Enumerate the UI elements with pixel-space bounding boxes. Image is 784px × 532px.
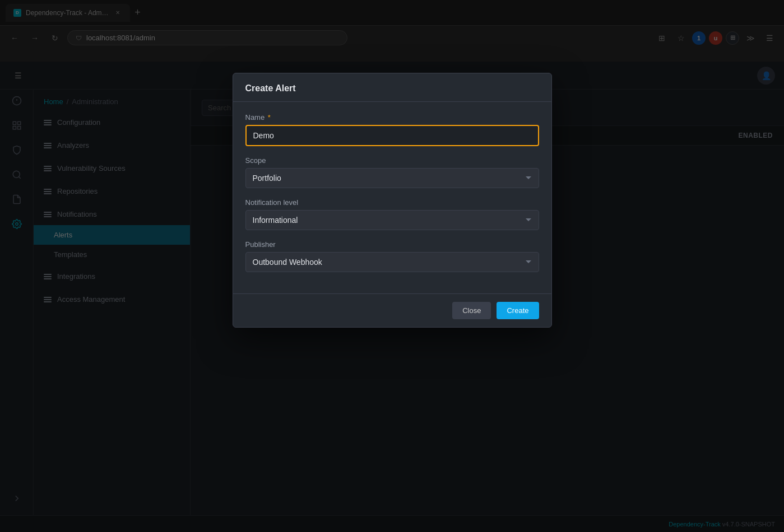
scope-label: Scope	[245, 156, 539, 165]
name-label: Name *	[245, 113, 539, 122]
modal-title: Create Alert	[245, 83, 539, 94]
notification-level-label: Notification level	[245, 198, 539, 207]
modal-footer: Close Create	[233, 293, 551, 327]
close-button[interactable]: Close	[452, 302, 491, 319]
form-group-publisher: Publisher Outbound Webhook Email Slack M…	[245, 240, 539, 272]
publisher-label: Publisher	[245, 240, 539, 249]
scope-select[interactable]: Portfolio Project	[245, 168, 539, 188]
name-input[interactable]	[245, 125, 539, 146]
notification-level-select[interactable]: Informational Warning Error	[245, 210, 539, 230]
create-button[interactable]: Create	[497, 302, 539, 319]
name-required-indicator: *	[268, 113, 271, 122]
publisher-select[interactable]: Outbound Webhook Email Slack MS Teams	[245, 252, 539, 272]
modal-overlay: Create Alert Name * Scope Portfolio Proj…	[0, 0, 784, 532]
modal-header: Create Alert	[233, 73, 551, 102]
create-alert-modal: Create Alert Name * Scope Portfolio Proj…	[233, 73, 552, 328]
form-group-notification-level: Notification level Informational Warning…	[245, 198, 539, 230]
form-group-name: Name *	[245, 113, 539, 146]
modal-body: Name * Scope Portfolio Project Notificat…	[233, 102, 551, 293]
form-group-scope: Scope Portfolio Project	[245, 156, 539, 188]
